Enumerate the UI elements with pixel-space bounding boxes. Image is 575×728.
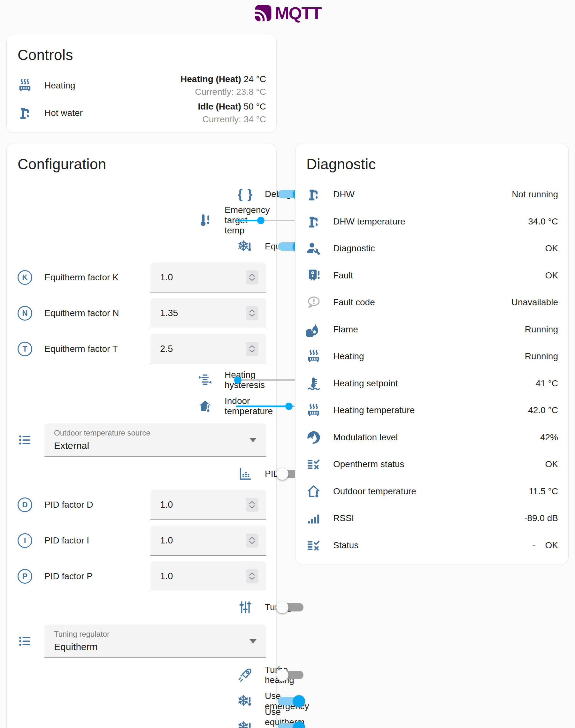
entity-label: PID factor D <box>44 500 139 510</box>
dropdown-arrow-icon <box>249 438 257 442</box>
select-field[interactable]: Tuning regulatorEquitherm <box>44 624 266 658</box>
stepper-up-icon[interactable] <box>248 572 256 576</box>
entity-value: -89.0 dB <box>524 513 558 523</box>
number-input[interactable]: 1.0 <box>150 525 266 555</box>
code-braces-icon: { } <box>237 186 253 202</box>
stepper-down-icon[interactable] <box>248 541 256 545</box>
slider-thumb[interactable] <box>257 217 265 224</box>
signal-icon <box>306 510 322 526</box>
toggle-switch[interactable] <box>276 695 305 707</box>
entity-value: Running <box>525 351 558 361</box>
account-wrench-icon <box>306 241 322 256</box>
state-target-temp: 50 °C <box>244 102 266 111</box>
number-input[interactable]: 1.35 <box>150 298 266 328</box>
stepper-down-icon[interactable] <box>248 278 256 282</box>
diagnostic-rows: DHWNot runningDHW temperature34.0 °CDiag… <box>306 181 558 559</box>
diagnostic-row[interactable]: Opentherm statusOK <box>306 451 558 478</box>
toggle-switch[interactable] <box>276 668 305 681</box>
entity-value: Running <box>525 324 558 335</box>
slider[interactable] <box>236 373 305 386</box>
diagnostic-row[interactable]: DHWNot running <box>306 181 558 208</box>
slider[interactable] <box>236 400 305 412</box>
configuration-card: Configuration { }DebugEmergency target t… <box>6 143 277 728</box>
stepper-down-icon[interactable] <box>248 505 256 509</box>
config-row: Indoor temperature23.8 °C <box>197 393 266 419</box>
diagnostic-row[interactable]: Modulation level42% <box>306 424 558 451</box>
message-alert-icon <box>306 294 322 311</box>
controls-rows: HeatingHeating (Heat) 24 °CCurrently: 23… <box>17 72 266 127</box>
water-pump-icon <box>306 214 322 229</box>
toggle-switch[interactable] <box>276 601 305 614</box>
controls-row[interactable]: Hot waterIdle (Heat) 50 °CCurrently: 34 … <box>17 99 266 127</box>
header: MQTT <box>0 0 575 34</box>
entity-label: Heating setpoint <box>333 378 524 389</box>
state-mode: Heating (Heat) <box>180 74 241 84</box>
number-input[interactable]: 1.0 <box>150 561 266 591</box>
stepper-down-icon[interactable] <box>248 349 256 353</box>
diagnostic-row[interactable]: FlameRunning <box>306 316 558 343</box>
stepper-up-icon[interactable] <box>248 344 256 349</box>
arrow-collapse-icon <box>197 372 213 388</box>
diagnostic-row[interactable]: HeatingRunning <box>306 343 558 370</box>
toggle-thumb <box>276 601 289 613</box>
entity-value: OK <box>545 243 558 254</box>
home-thermometer-outline-icon <box>306 483 322 499</box>
config-row: DPID factor D1.0 <box>17 487 266 523</box>
radiator-icon <box>306 348 322 364</box>
number-value: 1.0 <box>160 571 173 581</box>
diagnostic-row[interactable]: DHW temperature34.0 °C <box>306 208 558 235</box>
diagnostic-row[interactable]: DiagnosticOK <box>306 235 558 262</box>
number-input[interactable]: 1.0 <box>150 262 266 292</box>
state-line: Idle (Heat) 50 °C <box>198 101 266 112</box>
mqtt-logo-icon <box>254 4 272 22</box>
entity-label: Fault <box>333 270 534 281</box>
snowflake-thermometer-icon <box>237 693 253 709</box>
slider-track <box>236 379 305 381</box>
entity-label: Modulation level <box>333 432 529 442</box>
stepper-up-icon[interactable] <box>248 536 256 540</box>
radiator-icon <box>17 78 33 94</box>
entity-value: OK <box>545 459 558 469</box>
entity-label: Fault code <box>333 297 500 307</box>
controls-row[interactable]: HeatingHeating (Heat) 24 °CCurrently: 23… <box>17 72 266 99</box>
diagnostic-row[interactable]: Outdoor temperature11.5 °C <box>306 478 558 505</box>
config-row: { }Debug <box>237 181 266 207</box>
alpha-p-circle-icon: P <box>17 568 33 584</box>
stepper-up-icon[interactable] <box>248 500 256 505</box>
number-stepper <box>246 569 259 583</box>
configuration-card-title: Configuration <box>18 155 266 173</box>
diagnostic-row[interactable]: Heating setpoint41 °C <box>306 370 558 397</box>
mqtt-logo: MQTT <box>254 3 322 23</box>
diagnostic-row[interactable]: Fault codeUnavailable <box>306 289 558 316</box>
entity-label: Diagnostic <box>333 243 534 254</box>
entity-value: Not running <box>512 189 558 199</box>
diagnostic-row[interactable]: RSSI-89.0 dB <box>306 505 558 532</box>
select-field[interactable]: Outdoor temperature sourceExternal <box>44 424 266 457</box>
config-row: Equitherm <box>237 233 266 260</box>
alpha-d-circle-icon: D <box>17 497 33 513</box>
entity-value: 42.0 °C <box>528 405 558 415</box>
diagnostic-row[interactable]: Heating temperature42.0 °C <box>306 397 558 424</box>
diagnostic-row[interactable]: FaultOK <box>306 262 558 289</box>
stepper-up-icon[interactable] <box>248 273 256 277</box>
thermometer-alert-icon <box>197 212 213 228</box>
slider-thumb[interactable] <box>234 376 241 384</box>
tune-vertical-icon <box>237 599 253 615</box>
number-input[interactable]: 2.5 <box>150 334 266 364</box>
entity-value: OK <box>545 540 558 550</box>
stepper-down-icon[interactable] <box>248 313 256 317</box>
radiator-icon <box>306 402 322 418</box>
entity-label: DHW <box>333 189 500 199</box>
slider-thumb[interactable] <box>285 403 293 410</box>
water-boiler-alert-icon <box>306 267 322 284</box>
slider[interactable] <box>236 214 305 227</box>
stepper-down-icon[interactable] <box>248 576 256 581</box>
stepper-up-icon[interactable] <box>248 309 256 313</box>
alpha-n-circle-icon: N <box>17 305 33 321</box>
toggle-switch[interactable] <box>276 721 305 728</box>
diagnostic-row[interactable]: StatusOK <box>306 532 558 559</box>
state-current-temp: Currently: 23.8 °C <box>180 86 266 97</box>
snowflake-alert-icon <box>237 719 253 728</box>
entity-value: 34.0 °C <box>528 217 558 227</box>
number-input[interactable]: 1.0 <box>150 490 266 520</box>
